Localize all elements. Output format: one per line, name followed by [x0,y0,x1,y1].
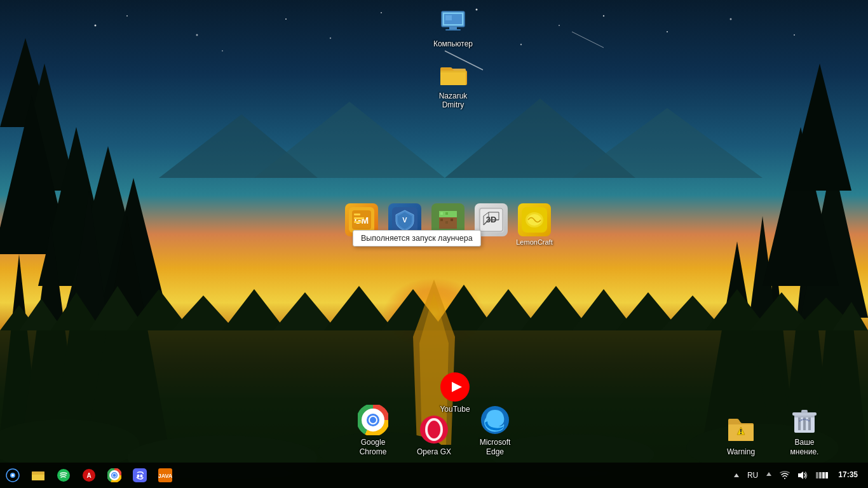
svg-rect-121 [801,410,808,413]
recycle-label: Вашемнение. [790,438,819,456]
app-icon-lemoncraft[interactable]: LemonCraft [513,203,556,246]
desktop-icon-folder[interactable]: NazarukDmitry [428,58,478,110]
svg-marker-41 [51,292,102,330]
system-tray: RU [731,463,868,488]
start-button[interactable] [0,463,25,488]
svg-rect-71 [445,29,461,30]
chrome-icon [358,405,388,435]
svg-marker-52 [572,289,635,330]
taskbar-app3[interactable]: A [76,463,102,488]
svg-rect-73 [445,15,452,20]
tray-show-hidden[interactable] [731,463,742,488]
svg-marker-140 [734,473,739,477]
svg-rect-70 [449,27,457,29]
edge-label: MicrosoftEdge [480,438,511,456]
desktop-icon-recycle[interactable]: Вашемнение. [779,405,830,456]
svg-marker-56 [750,292,813,330]
svg-marker-43 [127,289,191,330]
edge-icon [480,405,510,435]
svg-marker-57 [794,297,858,330]
taskbar-explorer[interactable] [25,463,51,488]
svg-point-106 [370,417,376,423]
svg-text:A: A [86,472,91,479]
desktop-icon-opera-gx[interactable]: Opera GX [409,414,459,456]
youtube-icon [440,372,470,402]
folder-icon-label: NazarukDmitry [439,92,468,110]
svg-marker-54 [661,295,724,330]
taskbar-pinned-apps: A [25,463,178,488]
svg-rect-127 [32,473,44,475]
svg-rect-95 [445,221,448,224]
folder-icon [438,58,468,89]
svg-rect-143 [816,472,818,478]
opera-gx-icon [419,414,449,445]
svg-rect-114 [740,433,742,434]
tray-language[interactable]: RU [745,463,761,488]
right-desktop-icons: Warning Вашемнение. [715,405,830,456]
svg-rect-119 [808,417,811,430]
launcher-tooltip: Выполняется запуск лаунчера [353,230,481,247]
svg-marker-46 [273,292,337,330]
tray-battery[interactable] [813,463,831,488]
desktop-icon-warning[interactable]: Warning [715,414,766,456]
svg-marker-50 [477,289,540,330]
svg-rect-145 [822,472,825,478]
chrome-label: GoogleChrome [360,438,387,456]
svg-marker-35 [801,159,868,318]
svg-rect-76 [440,71,466,85]
taskbar-clock[interactable]: 17:35 [833,463,863,488]
svg-rect-113 [740,429,742,432]
svg-marker-42 [89,286,146,330]
svg-marker-51 [521,286,591,330]
tray-language-label: RU [747,471,758,480]
svg-rect-117 [798,417,801,430]
svg-marker-55 [705,289,769,330]
svg-point-124 [11,474,14,477]
svg-marker-45 [222,289,286,330]
svg-marker-44 [172,295,235,330]
taskbar: A [0,463,868,488]
svg-marker-141 [766,472,771,476]
tooltip-text: Выполняется запуск лаунчера [361,234,473,243]
opera-gx-label: Opera GX [417,447,451,456]
svg-rect-84 [354,221,362,223]
tray-notifications-arrow[interactable] [763,463,775,488]
desktop-icon-chrome[interactable]: GoogleChrome [348,405,398,456]
taskbar-discord[interactable] [127,463,153,488]
svg-marker-49 [432,285,496,330]
svg-point-134 [113,474,116,477]
tray-network[interactable] [777,463,792,488]
taskbar-chrome[interactable] [102,463,127,488]
tray-volume[interactable] [795,463,810,488]
svg-marker-58 [832,302,868,330]
warning-folder-icon [726,414,756,445]
taskbar-java[interactable]: JAVA [153,463,178,488]
svg-marker-53 [616,292,680,330]
svg-rect-144 [819,472,822,478]
warning-label: Warning [727,447,755,456]
desktop-icon-edge[interactable]: MicrosoftEdge [470,405,520,456]
svg-marker-24 [64,146,153,318]
launcher-tooltip-container: Выполняется запуск лаунчера [346,203,475,220]
desktop-icon-computer[interactable]: Компьютер [428,6,478,48]
svg-marker-29 [83,216,172,463]
svg-rect-135 [133,468,147,482]
svg-point-137 [140,475,143,478]
svg-rect-146 [825,472,828,478]
svg-marker-28 [51,191,127,463]
computer-icon-label: Компьютер [433,39,473,48]
desktop: Компьютер NazarukDmitry YouTube [0,0,868,488]
svg-marker-25 [95,178,172,330]
bottom-shortcuts: GoogleChrome Opera GX Micr [348,405,520,456]
svg-point-136 [137,475,140,478]
svg-marker-39 [0,305,38,330]
svg-marker-27 [19,222,83,463]
recycle-icon [789,405,820,435]
taskbar-spotify[interactable] [51,463,76,488]
svg-marker-142 [798,471,803,479]
clock-time: 17:35 [838,470,858,480]
svg-marker-47 [324,286,394,330]
svg-marker-26 [0,254,41,463]
svg-point-128 [57,469,70,482]
svg-marker-40 [19,299,64,330]
